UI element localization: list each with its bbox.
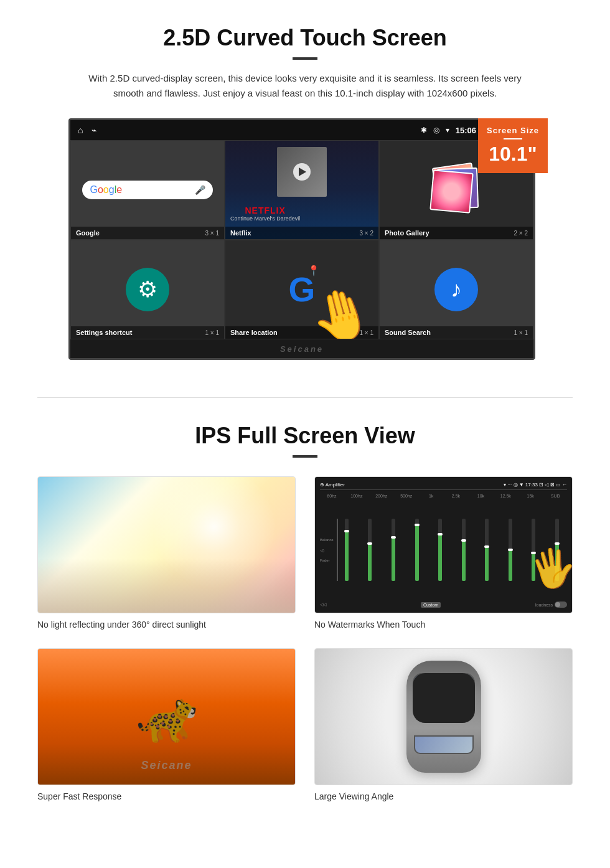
cheetah-photo: 🐆 Seicane: [38, 649, 295, 785]
google-search-bar[interactable]: Google 🎤: [82, 181, 212, 199]
settings-app-label: Settings shortcut: [76, 329, 132, 336]
amp-custom-section: Custom: [421, 602, 441, 608]
amplifier-image: ⊕ Amplifier ▾ ··· ◎ ▼ 17:33 ⊡ ◁ ⊠ ▭ ← 60…: [314, 476, 573, 613]
amp-title: ⊕ Amplifier: [320, 482, 345, 488]
music-icon-bg: ♪: [434, 268, 478, 311]
cheetah-label: Super Fast Response: [37, 791, 296, 801]
amp-custom-btn[interactable]: Custom: [421, 602, 441, 608]
settings-icon-bg: ⚙: [126, 268, 169, 311]
status-bar: ⌂ ⌁ ✱ ◎ ▾ 15:06 ⊡ ◁ ⊠ ▭: [70, 120, 533, 140]
amplifier-label: No Watermarks When Touch: [314, 620, 573, 630]
amp-footer-bar: ◁◁ Custom loudness: [320, 601, 567, 608]
section2-title: IPS Full Screen View: [37, 423, 573, 449]
section-curved-touch: 2.5D Curved Touch Screen With 2.5D curve…: [0, 0, 610, 372]
amp-bar-6[interactable]: [453, 519, 474, 581]
amp-freq-labels: 60hz 100hz 200hz 500hz 1k 2.5k 10k 12.5k…: [320, 494, 567, 498]
mic-icon[interactable]: 🎤: [195, 185, 205, 195]
netflix-app-label: Netflix: [230, 229, 251, 237]
home-icon[interactable]: ⌂: [78, 125, 83, 135]
sunlight-ground: [38, 559, 295, 613]
touch-hand-icon: 🖐: [526, 542, 573, 594]
car-label: Large Viewing Angle: [314, 791, 573, 801]
amplifier-photo: ⊕ Amplifier ▾ ··· ◎ ▼ 17:33 ⊡ ◁ ⊠ ▭ ← 60…: [315, 477, 572, 613]
gallery-app-size: 2 × 2: [514, 230, 528, 237]
amp-bar-1[interactable]: [337, 519, 357, 581]
section-separator: [37, 397, 573, 398]
play-triangle: [299, 167, 306, 176]
settings-label-bar: Settings shortcut 1 × 1: [71, 326, 224, 339]
badge-title: Screen Size: [487, 126, 539, 135]
amp-bar-2[interactable]: [360, 519, 380, 581]
google-app-label: Google: [76, 229, 100, 237]
settings-app-size: 1 × 1: [205, 329, 219, 336]
car-photo: [315, 649, 572, 785]
feature-grid: No light reflecting under 360° direct su…: [37, 476, 573, 801]
sunlight-photo: [38, 477, 295, 613]
cheetah-icon: 🐆: [136, 687, 198, 746]
amp-loudness-label: loudness: [535, 603, 553, 607]
car-roof: [413, 673, 475, 723]
gallery-label-bar: Photo Gallery 2 × 2: [380, 227, 533, 239]
feature-car: Large Viewing Angle: [314, 648, 573, 801]
music-app-label: Sound Search: [385, 329, 431, 336]
music-label-bar: Sound Search 1 × 1: [380, 326, 533, 339]
screen-size-badge: Screen Size 10.1": [478, 118, 548, 173]
amp-bar-7[interactable]: [477, 519, 497, 581]
sunlight-label: No light reflecting under 360° direct su…: [37, 620, 296, 630]
feature-sunlight: No light reflecting under 360° direct su…: [37, 476, 296, 630]
usb-icon: ⌁: [92, 125, 96, 135]
amp-bar-4[interactable]: [406, 519, 427, 581]
screen-watermark: Seicane: [70, 339, 533, 358]
netflix-figure: [277, 147, 327, 197]
netflix-label-bar: Netflix 3 × 2: [225, 227, 378, 239]
google-app-size: 3 × 1: [205, 230, 219, 237]
google-app-cell[interactable]: Google 🎤 Google 3 × 1: [70, 140, 225, 240]
car-image: [314, 648, 573, 785]
amp-bar-5[interactable]: [430, 519, 451, 581]
section1-description: With 2.5D curved-display screen, this de…: [87, 71, 523, 101]
amp-time: ▾ ··· ◎ ▼ 17:33 ⊡ ◁ ⊠ ▭ ←: [504, 482, 567, 488]
car-rear-window: [414, 735, 474, 754]
google-logo: Google: [90, 184, 122, 196]
location-icon: ◎: [433, 126, 439, 134]
wifi-icon: ▾: [446, 126, 449, 134]
photo-stack: [431, 165, 481, 215]
amp-side-labels: Balance ◁) Fader: [320, 538, 334, 562]
cheetah-watermark: Seicane: [141, 759, 192, 772]
car-shape: [406, 661, 481, 773]
amp-scale-line: [337, 519, 338, 581]
amp-back-btn: ◁◁: [320, 602, 326, 607]
amp-vertical-sliders: 🖐: [337, 519, 567, 581]
play-button[interactable]: [293, 163, 311, 181]
music-app-size: 1 × 1: [514, 329, 528, 336]
maps-app-cell[interactable]: G 📍 🤚 Share location 1 × 1: [225, 240, 379, 339]
badge-size: 10.1": [487, 143, 539, 166]
sunlight-image: [37, 476, 296, 613]
seicane-screen-label: Seicane: [280, 344, 324, 354]
music-app-cell[interactable]: ♪ Sound Search 1 × 1: [379, 240, 533, 339]
netflix-logo-area: NETFLIX Continue Marvel's Daredevil: [230, 205, 300, 222]
amp-bar-3[interactable]: [383, 519, 404, 581]
netflix-app-cell[interactable]: NETFLIX Continue Marvel's Daredevil Netf…: [225, 140, 379, 240]
feature-cheetah: 🐆 Seicane Super Fast Response: [37, 648, 296, 801]
amp-sliders: Balance ◁) Fader: [320, 501, 567, 599]
amp-bar-8[interactable]: [500, 519, 520, 581]
cheetah-image: 🐆 Seicane: [37, 648, 296, 785]
music-note-icon: ♪: [451, 276, 462, 303]
gallery-app-label: Photo Gallery: [385, 229, 429, 237]
status-bar-left: ⌂ ⌁: [78, 125, 96, 135]
bluetooth-icon: ✱: [421, 126, 427, 134]
amp-loudness-section: loudness: [535, 601, 567, 608]
settings-app-cell[interactable]: ⚙ Settings shortcut 1 × 1: [70, 240, 225, 339]
app-grid-row2: ⚙ Settings shortcut 1 × 1 G 📍: [70, 240, 533, 339]
settings-gear-icon: ⚙: [138, 276, 157, 303]
maps-app-label: Share location: [230, 329, 278, 336]
status-time: 15:06: [456, 126, 476, 135]
toggle-knob: [555, 602, 560, 607]
android-screen: ⌂ ⌁ ✱ ◎ ▾ 15:06 ⊡ ◁ ⊠ ▭: [68, 118, 535, 360]
title-divider: [293, 57, 317, 60]
device-container: Screen Size 10.1" ⌂ ⌁ ✱ ◎ ▾ 15:06 ⊡ ◁ ⊠: [68, 118, 542, 360]
google-label-bar: Google 3 × 1: [71, 227, 224, 239]
netflix-app-size: 3 × 2: [359, 230, 373, 237]
loudness-toggle[interactable]: [555, 601, 567, 608]
